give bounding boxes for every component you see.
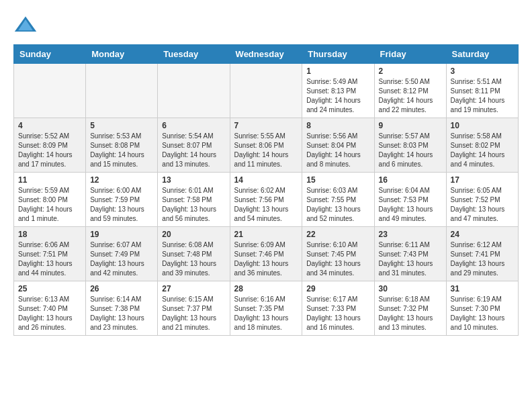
calendar-cell xyxy=(230,64,302,118)
day-number: 16 xyxy=(379,175,442,185)
day-number: 14 xyxy=(234,175,298,185)
calendar-header: SundayMondayTuesdayWednesdayThursdayFrid… xyxy=(14,45,519,64)
calendar-cell: 27Sunrise: 6:15 AM Sunset: 7:37 PM Dayli… xyxy=(158,281,230,336)
day-number: 22 xyxy=(306,230,369,239)
day-number: 23 xyxy=(379,230,442,239)
day-number: 19 xyxy=(90,230,153,239)
weekday-header-tuesday: Tuesday xyxy=(158,45,230,64)
calendar-cell: 19Sunrise: 6:07 AM Sunset: 7:49 PM Dayli… xyxy=(86,227,158,281)
calendar-cell: 9Sunrise: 5:57 AM Sunset: 8:03 PM Daylig… xyxy=(374,118,446,173)
day-number: 15 xyxy=(306,175,369,185)
day-info: Sunrise: 6:06 AM Sunset: 7:51 PM Dayligh… xyxy=(18,240,81,278)
day-info: Sunrise: 5:53 AM Sunset: 8:08 PM Dayligh… xyxy=(90,132,153,169)
calendar-cell: 12Sunrise: 6:00 AM Sunset: 7:59 PM Dayli… xyxy=(86,173,158,227)
calendar-body: 1Sunrise: 5:49 AM Sunset: 8:13 PM Daylig… xyxy=(14,64,519,336)
day-number: 11 xyxy=(18,175,81,185)
calendar-cell: 4Sunrise: 5:52 AM Sunset: 8:09 PM Daylig… xyxy=(14,118,86,173)
day-number: 13 xyxy=(162,175,225,185)
day-number: 31 xyxy=(451,284,514,293)
day-info: Sunrise: 5:59 AM Sunset: 8:00 PM Dayligh… xyxy=(18,186,81,224)
day-number: 24 xyxy=(451,230,514,239)
calendar-cell: 25Sunrise: 6:13 AM Sunset: 7:40 PM Dayli… xyxy=(14,281,86,336)
day-number: 4 xyxy=(18,121,81,130)
calendar-cell: 24Sunrise: 6:12 AM Sunset: 7:41 PM Dayli… xyxy=(446,227,518,281)
day-number: 10 xyxy=(451,121,514,130)
calendar-cell: 2Sunrise: 5:50 AM Sunset: 8:12 PM Daylig… xyxy=(374,64,446,118)
day-info: Sunrise: 5:55 AM Sunset: 8:06 PM Dayligh… xyxy=(234,132,298,169)
day-number: 8 xyxy=(306,121,369,130)
page-header xyxy=(13,13,519,38)
day-info: Sunrise: 6:01 AM Sunset: 7:58 PM Dayligh… xyxy=(162,186,225,224)
calendar-week-2: 4Sunrise: 5:52 AM Sunset: 8:09 PM Daylig… xyxy=(14,118,519,173)
calendar-cell: 11Sunrise: 5:59 AM Sunset: 8:00 PM Dayli… xyxy=(14,173,86,227)
calendar-cell: 21Sunrise: 6:09 AM Sunset: 7:46 PM Dayli… xyxy=(230,227,302,281)
calendar-table: SundayMondayTuesdayWednesdayThursdayFrid… xyxy=(13,44,519,336)
day-number: 25 xyxy=(18,284,81,293)
calendar-cell: 1Sunrise: 5:49 AM Sunset: 8:13 PM Daylig… xyxy=(302,64,374,118)
day-info: Sunrise: 6:12 AM Sunset: 7:41 PM Dayligh… xyxy=(451,240,514,278)
day-info: Sunrise: 6:18 AM Sunset: 7:32 PM Dayligh… xyxy=(379,295,442,332)
day-info: Sunrise: 6:02 AM Sunset: 7:56 PM Dayligh… xyxy=(234,186,298,224)
calendar-cell: 13Sunrise: 6:01 AM Sunset: 7:58 PM Dayli… xyxy=(158,173,230,227)
day-info: Sunrise: 5:52 AM Sunset: 8:09 PM Dayligh… xyxy=(18,132,81,169)
weekday-header-wednesday: Wednesday xyxy=(230,45,302,64)
calendar-cell: 31Sunrise: 6:19 AM Sunset: 7:30 PM Dayli… xyxy=(446,281,518,336)
day-number: 2 xyxy=(379,66,442,76)
calendar-week-3: 11Sunrise: 5:59 AM Sunset: 8:00 PM Dayli… xyxy=(14,173,519,227)
day-number: 1 xyxy=(306,66,369,76)
day-info: Sunrise: 6:14 AM Sunset: 7:38 PM Dayligh… xyxy=(90,295,153,332)
day-info: Sunrise: 6:19 AM Sunset: 7:30 PM Dayligh… xyxy=(451,295,514,332)
day-number: 17 xyxy=(451,175,514,185)
day-number: 27 xyxy=(162,284,225,293)
day-number: 29 xyxy=(306,284,369,293)
calendar-cell: 5Sunrise: 5:53 AM Sunset: 8:08 PM Daylig… xyxy=(86,118,158,173)
day-number: 26 xyxy=(90,284,153,293)
calendar-week-1: 1Sunrise: 5:49 AM Sunset: 8:13 PM Daylig… xyxy=(14,64,519,118)
day-info: Sunrise: 6:08 AM Sunset: 7:48 PM Dayligh… xyxy=(162,240,225,278)
weekday-header-saturday: Saturday xyxy=(446,45,518,64)
calendar-cell: 28Sunrise: 6:16 AM Sunset: 7:35 PM Dayli… xyxy=(230,281,302,336)
calendar-cell: 10Sunrise: 5:58 AM Sunset: 8:02 PM Dayli… xyxy=(446,118,518,173)
day-number: 12 xyxy=(90,175,153,185)
day-info: Sunrise: 6:10 AM Sunset: 7:45 PM Dayligh… xyxy=(306,240,369,278)
calendar-week-5: 25Sunrise: 6:13 AM Sunset: 7:40 PM Dayli… xyxy=(14,281,519,336)
day-number: 5 xyxy=(90,121,153,130)
day-info: Sunrise: 5:54 AM Sunset: 8:07 PM Dayligh… xyxy=(162,132,225,169)
calendar-cell: 3Sunrise: 5:51 AM Sunset: 8:11 PM Daylig… xyxy=(446,64,518,118)
calendar-cell: 30Sunrise: 6:18 AM Sunset: 7:32 PM Dayli… xyxy=(374,281,446,336)
day-number: 7 xyxy=(234,121,298,130)
weekday-header-friday: Friday xyxy=(374,45,446,64)
calendar-cell: 20Sunrise: 6:08 AM Sunset: 7:48 PM Dayli… xyxy=(158,227,230,281)
day-info: Sunrise: 5:49 AM Sunset: 8:13 PM Dayligh… xyxy=(306,77,369,115)
logo-icon xyxy=(13,13,38,38)
day-info: Sunrise: 6:15 AM Sunset: 7:37 PM Dayligh… xyxy=(162,295,225,332)
day-info: Sunrise: 5:50 AM Sunset: 8:12 PM Dayligh… xyxy=(379,77,442,115)
day-info: Sunrise: 5:58 AM Sunset: 8:02 PM Dayligh… xyxy=(451,132,514,169)
calendar-cell: 26Sunrise: 6:14 AM Sunset: 7:38 PM Dayli… xyxy=(86,281,158,336)
calendar-cell: 18Sunrise: 6:06 AM Sunset: 7:51 PM Dayli… xyxy=(14,227,86,281)
day-info: Sunrise: 6:05 AM Sunset: 7:52 PM Dayligh… xyxy=(451,186,514,224)
day-info: Sunrise: 6:11 AM Sunset: 7:43 PM Dayligh… xyxy=(379,240,442,278)
calendar-cell xyxy=(158,64,230,118)
day-info: Sunrise: 5:57 AM Sunset: 8:03 PM Dayligh… xyxy=(379,132,442,169)
day-info: Sunrise: 6:03 AM Sunset: 7:55 PM Dayligh… xyxy=(306,186,369,224)
day-number: 30 xyxy=(379,284,442,293)
calendar-cell: 8Sunrise: 5:56 AM Sunset: 8:04 PM Daylig… xyxy=(302,118,374,173)
logo xyxy=(13,13,42,38)
weekday-header-sunday: Sunday xyxy=(14,45,86,64)
day-number: 6 xyxy=(162,121,225,130)
calendar-cell xyxy=(86,64,158,118)
day-info: Sunrise: 6:17 AM Sunset: 7:33 PM Dayligh… xyxy=(306,295,369,332)
weekday-header-row: SundayMondayTuesdayWednesdayThursdayFrid… xyxy=(14,45,519,64)
day-info: Sunrise: 6:07 AM Sunset: 7:49 PM Dayligh… xyxy=(90,240,153,278)
day-number: 21 xyxy=(234,230,298,239)
day-info: Sunrise: 6:04 AM Sunset: 7:53 PM Dayligh… xyxy=(379,186,442,224)
day-info: Sunrise: 5:56 AM Sunset: 8:04 PM Dayligh… xyxy=(306,132,369,169)
calendar-cell: 23Sunrise: 6:11 AM Sunset: 7:43 PM Dayli… xyxy=(374,227,446,281)
calendar-cell: 14Sunrise: 6:02 AM Sunset: 7:56 PM Dayli… xyxy=(230,173,302,227)
calendar-cell: 6Sunrise: 5:54 AM Sunset: 8:07 PM Daylig… xyxy=(158,118,230,173)
weekday-header-monday: Monday xyxy=(86,45,158,64)
day-number: 9 xyxy=(379,121,442,130)
calendar-cell: 22Sunrise: 6:10 AM Sunset: 7:45 PM Dayli… xyxy=(302,227,374,281)
calendar-cell: 7Sunrise: 5:55 AM Sunset: 8:06 PM Daylig… xyxy=(230,118,302,173)
